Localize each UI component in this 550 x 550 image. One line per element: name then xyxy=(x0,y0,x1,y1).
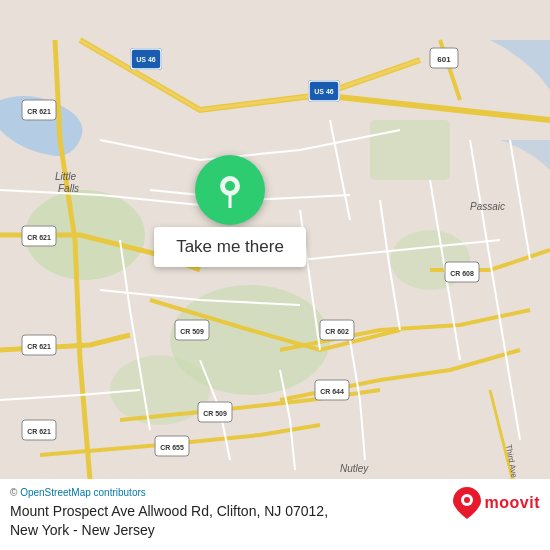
osm-link[interactable]: OpenStreetMap contributors xyxy=(20,487,146,498)
svg-text:Passaic: Passaic xyxy=(470,201,505,212)
svg-text:CR 602: CR 602 xyxy=(325,328,349,335)
svg-text:US 46: US 46 xyxy=(314,88,334,95)
location-overlay: Take me there xyxy=(115,155,345,267)
osm-attribution: © OpenStreetMap contributors xyxy=(10,487,445,498)
take-me-there-button[interactable]: Take me there xyxy=(154,227,306,267)
pin-icon xyxy=(212,172,248,208)
svg-text:CR 509: CR 509 xyxy=(180,328,204,335)
svg-text:CR 644: CR 644 xyxy=(320,388,344,395)
svg-text:Falls: Falls xyxy=(58,183,79,194)
address-line1: Mount Prospect Ave Allwood Rd, Clifton, … xyxy=(10,503,328,519)
moovit-pin-icon xyxy=(453,487,481,519)
moovit-text: moovit xyxy=(485,494,540,512)
svg-text:CR 621: CR 621 xyxy=(27,234,51,241)
bottom-bar: © OpenStreetMap contributors Mount Prosp… xyxy=(0,479,550,550)
svg-text:CR 608: CR 608 xyxy=(450,270,474,277)
svg-point-41 xyxy=(464,497,470,503)
svg-text:Little: Little xyxy=(55,171,77,182)
svg-text:CR 621: CR 621 xyxy=(27,108,51,115)
map-container: US 46 US 46 CR 621 CR 621 CR 621 CR 621 … xyxy=(0,0,550,550)
svg-text:CR 655: CR 655 xyxy=(160,444,184,451)
svg-text:Third Ave: Third Ave xyxy=(504,444,519,479)
bottom-info: © OpenStreetMap contributors Mount Prosp… xyxy=(10,487,445,540)
svg-text:601: 601 xyxy=(437,55,451,64)
map-svg: US 46 US 46 CR 621 CR 621 CR 621 CR 621 … xyxy=(0,0,550,550)
svg-rect-2 xyxy=(370,120,450,180)
svg-text:Nutley: Nutley xyxy=(340,463,369,474)
svg-text:CR 621: CR 621 xyxy=(27,428,51,435)
svg-text:CR 509: CR 509 xyxy=(203,410,227,417)
svg-text:US 46: US 46 xyxy=(136,56,156,63)
svg-text:CR 621: CR 621 xyxy=(27,343,51,350)
location-pin xyxy=(195,155,265,225)
address-text: Mount Prospect Ave Allwood Rd, Clifton, … xyxy=(10,502,445,540)
moovit-logo: moovit xyxy=(453,487,540,519)
address-line2: New York - New Jersey xyxy=(10,522,155,538)
svg-point-39 xyxy=(225,181,235,191)
